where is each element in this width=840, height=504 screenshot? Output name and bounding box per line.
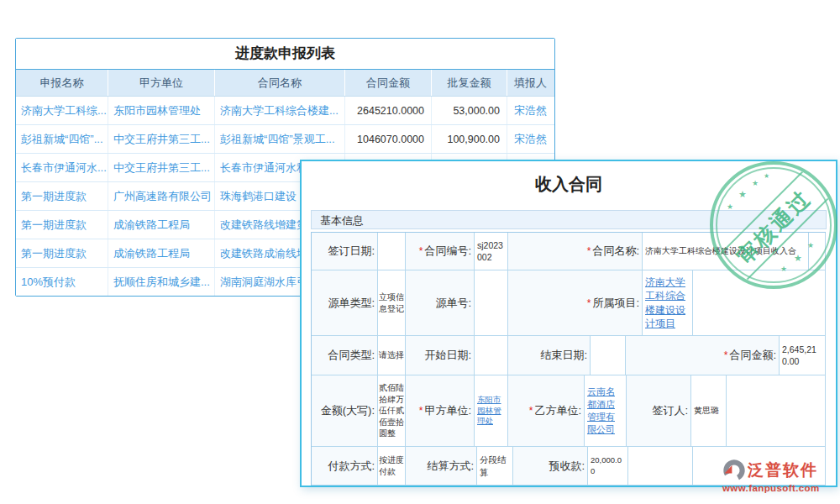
start-date-field[interactable] (475, 336, 508, 375)
source-no-field[interactable] (475, 270, 508, 336)
required-asterisk: * (419, 245, 423, 257)
contract-type-label: 合同类型: (312, 336, 378, 375)
list-cell[interactable]: 第一期进度款 (16, 211, 108, 239)
end-date-field[interactable] (591, 336, 626, 375)
contract-name-field[interactable]: 济南大学工科综合楼建设设计项目收入合 (643, 233, 809, 270)
settle-method-field[interactable]: 分段结算 (477, 447, 513, 486)
required-asterisk: * (587, 245, 591, 257)
required-asterisk: * (419, 405, 423, 417)
list-cell[interactable]: 长春市伊通河水... (16, 154, 108, 181)
list-cell[interactable]: 中交王府井第三工... (108, 125, 215, 153)
source-no-label: 源单号: (406, 270, 475, 336)
amount-field[interactable]: 2,645,210.00 (780, 336, 826, 375)
list-header-cell: 合同金额 (345, 70, 432, 96)
list-header-cell: 合同名称 (215, 70, 345, 96)
list-cell[interactable]: 济南大学工科综合楼建... (215, 97, 345, 124)
list-header-row: 申报名称甲方单位合同名称合同金额批复金额填报人 (16, 70, 554, 97)
empty-cell (693, 270, 826, 336)
list-cell[interactable]: 10%预付款 (16, 268, 108, 296)
list-header-cell: 甲方单位 (108, 70, 215, 96)
form-row-1: 签订日期: *合同编号: sj2023002 *合同名称: 济南大学工科综合楼建… (312, 233, 826, 270)
list-cell[interactable]: 抚顺住房和城乡建... (108, 268, 215, 296)
contract-name-label: *合同名称: (508, 233, 643, 270)
pay-method-field[interactable]: 按进度付款 (378, 447, 406, 486)
list-cell[interactable]: 东阳市园林管理处 (108, 97, 215, 124)
project-label: *所属项目: (508, 270, 643, 336)
list-cell[interactable]: 彭祖新城“四馆”景观工... (215, 125, 345, 153)
list-cell[interactable]: 中交王府井第三工... (108, 154, 215, 181)
contract-window-title: 收入合同 (302, 161, 836, 210)
contract-type-select[interactable]: 请选择 (378, 336, 406, 375)
fanpu-logo-text: 泛普软件 (748, 459, 818, 481)
list-row: 济南大学工科综...东阳市园林管理处济南大学工科综合楼建...2645210.0… (16, 97, 554, 124)
basic-info-label: 基本信息 (320, 214, 364, 227)
list-header-cell: 申报名称 (16, 70, 108, 96)
empty-cell (727, 375, 826, 447)
pay-method-label: 付款方式: (312, 447, 378, 486)
party-b-label: *乙方单位: (508, 375, 585, 447)
list-cell[interactable]: 广州高速路有限公司 (108, 182, 215, 210)
list-header-cell: 批复金额 (432, 70, 507, 96)
required-asterisk: * (724, 349, 728, 361)
project-link[interactable]: 济南大学工科综合楼建设设计项目 (643, 270, 693, 336)
list-cell: 1046070.0000 (345, 125, 432, 153)
contract-no-label: *合同编号: (406, 233, 475, 270)
fanpu-logo-url[interactable]: www.fanpusoft.com (722, 483, 820, 493)
advance-label: 预收款: (513, 447, 588, 486)
party-a-label: *甲方单位: (406, 375, 475, 447)
list-cell[interactable]: 宋浩然 (507, 125, 554, 153)
fanpu-logo: 泛普软件 www.fanpusoft.com (722, 459, 820, 493)
amount-words-field[interactable]: 贰佰陆拾肆万伍仟贰佰壹拾圆整 (378, 375, 406, 447)
income-contract-window: 收入合同 基本信息 签订日期: *合同编号: sj2023002 *合同名称: … (300, 160, 837, 487)
party-a-link[interactable]: 东阳市园林管理处 (475, 375, 508, 447)
signer-label: 签订人: (627, 375, 691, 447)
list-cell[interactable]: 第一期进度款 (16, 239, 108, 267)
party-b-link[interactable]: 云南名都酒店管理有限公司 (585, 375, 627, 447)
start-date-label: 开始日期: (406, 336, 475, 375)
required-asterisk: * (587, 297, 591, 309)
empty-cell (628, 447, 693, 486)
settle-method-label: 结算方式: (406, 447, 477, 486)
fanpu-logo-icon (722, 459, 746, 482)
form-row-2: 源单类型: 立项信息登记 源单号: *所属项目: 济南大学工科综合楼建设设计项目 (312, 270, 826, 336)
contract-form: 签订日期: *合同编号: sj2023002 *合同名称: 济南大学工科综合楼建… (311, 232, 826, 486)
form-row-3: 合同类型: 请选择 开始日期: 结束日期: *合同金额: 2,645,210.0… (312, 336, 826, 375)
list-title: 进度款申报列表 (16, 39, 554, 70)
empty-cell (809, 233, 826, 270)
list-header-cell: 填报人 (507, 70, 554, 96)
list-cell[interactable]: 济南大学工科综... (16, 97, 108, 124)
list-cell: 2645210.0000 (345, 97, 432, 124)
list-cell[interactable]: 宋浩然 (507, 97, 554, 124)
list-cell: 53,000.00 (432, 97, 507, 124)
source-type-label: 源单类型: (312, 270, 378, 336)
list-cell[interactable]: 第一期进度款 (16, 182, 108, 210)
sign-date-field[interactable] (378, 233, 406, 270)
list-cell: 100,900.00 (432, 125, 507, 153)
contract-no-field[interactable]: sj2023002 (475, 233, 508, 270)
signer-field[interactable]: 黄思璐 (691, 375, 727, 447)
end-date-label: 结束日期: (508, 336, 591, 375)
amount-words-label: 金额(大写): (312, 375, 378, 447)
source-type-field[interactable]: 立项信息登记 (378, 270, 406, 336)
advance-field[interactable]: 20,000.00 (588, 447, 628, 486)
basic-info-section-header: 基本信息 (311, 210, 827, 229)
sign-date-label: 签订日期: (312, 233, 378, 270)
form-row-4: 金额(大写): 贰佰陆拾肆万伍仟贰佰壹拾圆整 *甲方单位: 东阳市园林管理处 *… (312, 375, 826, 447)
list-row: 彭祖新城“四馆”...中交王府井第三工...彭祖新城“四馆”景观工...1046… (16, 124, 554, 153)
list-cell[interactable]: 成渝铁路工程局 (108, 239, 215, 267)
amount-label: *合同金额: (626, 336, 780, 375)
required-asterisk: * (529, 405, 533, 417)
list-cell[interactable]: 彭祖新城“四馆”... (16, 125, 108, 153)
list-cell[interactable]: 成渝铁路工程局 (108, 211, 215, 239)
